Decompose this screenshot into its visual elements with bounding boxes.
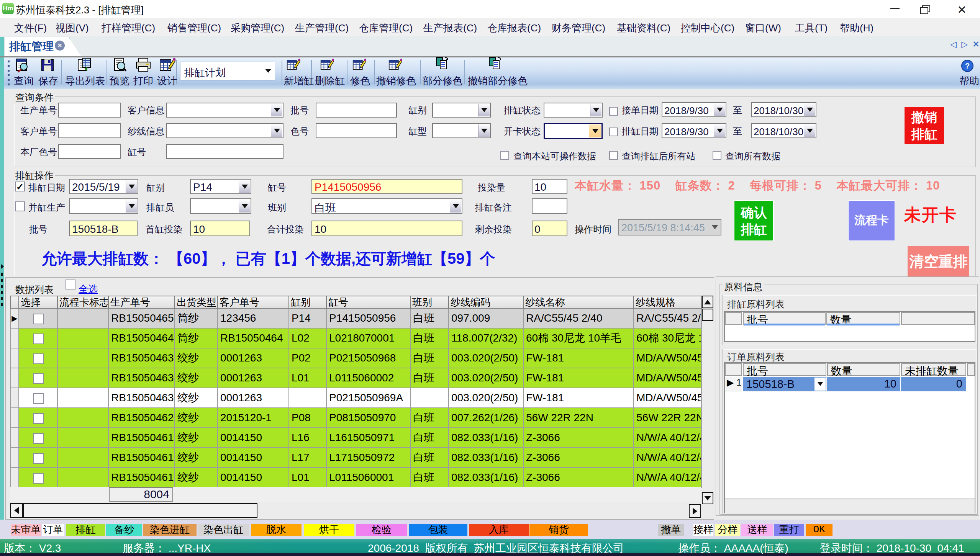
svg-text:?: ? xyxy=(965,62,970,70)
